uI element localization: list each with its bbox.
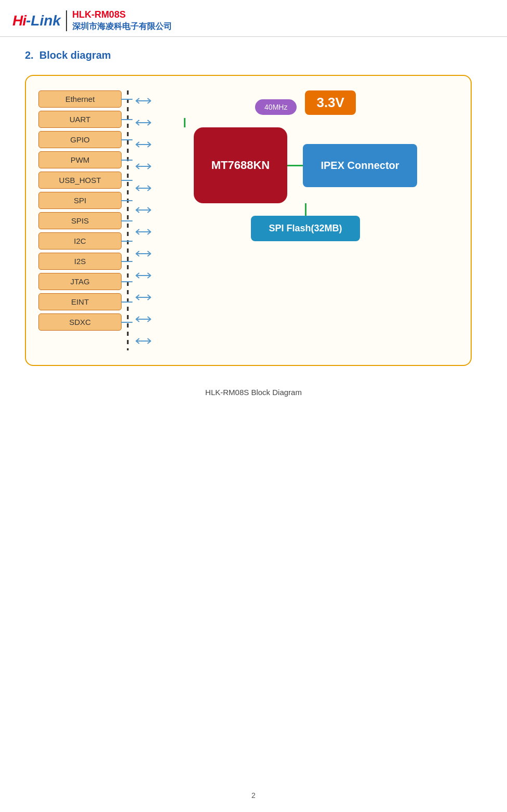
iface-box-spi: SPI <box>38 192 122 209</box>
arrow-pair-2 <box>134 135 153 154</box>
company-name: 深圳市海凌科电子有限公司 <box>72 21 172 32</box>
arrow-pair-1 <box>134 113 153 132</box>
chip-to-ipex-line <box>287 165 303 166</box>
chip-to-flash-line <box>305 203 306 216</box>
arrow-pair-8 <box>134 266 153 285</box>
bidir-arrow-icon <box>135 271 152 280</box>
iface-box-jtag: JTAG <box>38 273 122 290</box>
iface-box-usb_host: USB_HOST <box>38 172 122 189</box>
header-right: HLK-RM08S 深圳市海凌科电子有限公司 <box>72 9 172 32</box>
arrow-pair-9 <box>134 288 153 307</box>
arrow-pair-0 <box>134 91 153 110</box>
bidir-arrow-icon <box>135 249 152 258</box>
freq-badge: 40MHz <box>255 99 297 115</box>
iface-box-eint: EINT <box>38 293 122 310</box>
section-number: 2. <box>25 49 34 61</box>
section-heading: Block diagram <box>39 49 111 61</box>
chip-box: MT7688KN <box>194 127 287 203</box>
iface-box-pwm: PWM <box>38 151 122 168</box>
block-diagram: EthernetUARTGPIOPWMUSB_HOSTSPISPISI2CI2S… <box>25 75 472 366</box>
interfaces-column: EthernetUARTGPIOPWMUSB_HOSTSPISPISI2CI2S… <box>38 90 122 350</box>
arrow-pair-5 <box>134 201 153 219</box>
bidir-arrow-icon <box>135 96 152 106</box>
arrow-pair-6 <box>134 222 153 241</box>
iface-box-sdxc: SDXC <box>38 313 122 331</box>
top-badges: 40MHz 3.3V <box>255 90 356 115</box>
voltage-badge: 3.3V <box>305 90 356 115</box>
bidir-arrow-icon <box>135 184 152 193</box>
section-title: 2. Block diagram <box>0 37 507 70</box>
diagram-caption: HLK-RM08S Block Diagram <box>0 388 507 397</box>
bidir-arrow-icon <box>135 293 152 302</box>
chip-ipex-row: MT7688KN IPEX Connector <box>194 127 417 203</box>
ipex-connector: IPEX Connector <box>303 144 417 187</box>
arrows-column <box>134 90 153 350</box>
logo: Hi-Link <box>12 12 61 29</box>
page-header: Hi-Link HLK-RM08S 深圳市海凌科电子有限公司 <box>0 0 507 37</box>
bidir-arrow-icon <box>135 227 152 237</box>
bidir-arrow-icon <box>135 162 152 171</box>
page-number: 2 <box>0 791 507 800</box>
arrow-pair-7 <box>134 244 153 263</box>
bidir-arrow-icon <box>135 315 152 324</box>
iface-box-i2c: I2C <box>38 232 122 250</box>
iface-box-i2s: I2S <box>38 253 122 270</box>
arrow-pair-4 <box>134 179 153 198</box>
iface-box-uart: UART <box>38 111 122 128</box>
bidir-arrow-icon <box>135 118 152 127</box>
model-name: HLK-RM08S <box>72 9 172 20</box>
diagram-wrapper: EthernetUARTGPIOPWMUSB_HOSTSPISPISI2CI2S… <box>0 70 507 376</box>
diagram-inner: EthernetUARTGPIOPWMUSB_HOSTSPISPISI2CI2S… <box>38 90 458 350</box>
iface-box-spis: SPIS <box>38 212 122 229</box>
center-column: 40MHz 3.3V MT7688KN IPEX Connector <box>153 90 458 350</box>
bidir-arrow-icon <box>135 336 152 346</box>
logo-hi: Hi <box>12 12 26 29</box>
arrow-pair-11 <box>134 332 153 350</box>
bidir-arrow-icon <box>135 205 152 215</box>
voltage-to-chip-line <box>184 118 185 127</box>
iface-box-gpio: GPIO <box>38 131 122 148</box>
bidir-arrow-icon <box>135 140 152 149</box>
arrow-pair-3 <box>134 157 153 176</box>
flash-box: SPI Flash(32MB) <box>251 216 360 241</box>
iface-box-ethernet: Ethernet <box>38 90 122 108</box>
arrow-pair-10 <box>134 310 153 329</box>
logo-divider <box>66 10 67 31</box>
logo-link: -Link <box>26 12 61 29</box>
